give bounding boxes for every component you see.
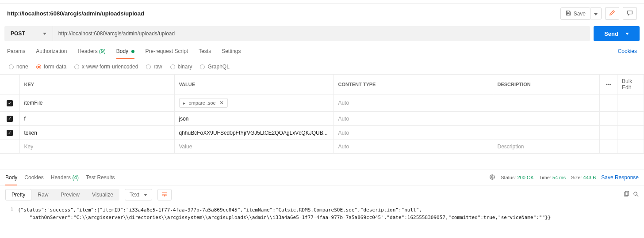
key-cell[interactable]: f (19, 112, 174, 126)
response-tab-headers[interactable]: Headers (4) (51, 170, 79, 185)
description-input[interactable]: Description (493, 140, 600, 154)
description-cell[interactable] (493, 112, 600, 126)
time-label: Time: 54 ms (539, 175, 566, 180)
remove-file-icon[interactable]: ✕ (219, 100, 224, 106)
body-type-binary[interactable]: binary (170, 64, 192, 70)
view-raw[interactable]: Raw (31, 189, 54, 200)
value-cell[interactable]: json (174, 112, 334, 126)
chevron-down-icon (625, 33, 629, 35)
column-more-button[interactable]: ••• (600, 75, 617, 94)
request-name: http://localhost:6080/arcgis/admin/uploa… (7, 10, 560, 17)
chevron-down-icon (43, 33, 46, 35)
send-button[interactable]: Send (594, 26, 640, 41)
content-type-input[interactable]: Auto (334, 140, 493, 154)
body-type-urlencoded[interactable]: x-www-form-urlencoded (74, 64, 138, 70)
view-preview[interactable]: Preview (54, 189, 86, 200)
format-select[interactable]: Text (125, 189, 152, 200)
chevron-down-icon (144, 194, 147, 196)
value-input[interactable]: Value (174, 140, 334, 154)
table-row: token qhhuBcFoXX9UFSed0pFtYjrVGJ5LtCE2QO… (0, 126, 644, 140)
tab-authorization[interactable]: Authorization (36, 44, 67, 59)
value-cell[interactable]: ▸ ompare .soe ✕ (174, 94, 334, 112)
tab-headers[interactable]: Headers (9) (77, 44, 105, 59)
column-key: KEY (19, 75, 174, 94)
table-row: itemFile ▸ ompare .soe ✕ Auto (0, 94, 644, 112)
row-checkbox[interactable] (7, 100, 13, 106)
save-icon (565, 10, 571, 17)
save-response-button[interactable]: Save Response (601, 174, 639, 181)
svg-point-3 (634, 192, 637, 195)
key-cell[interactable]: itemFile (19, 94, 174, 112)
chevron-right-icon: ▸ (183, 101, 185, 106)
comment-icon (627, 11, 633, 17)
search-response-icon[interactable] (633, 191, 639, 198)
response-body-text[interactable]: 1 {"status":"success","item":{"itemID":"… (0, 204, 644, 230)
cookies-link[interactable]: Cookies (618, 44, 637, 59)
save-button[interactable]: Save (560, 8, 590, 20)
table-row: f json Auto (0, 112, 644, 126)
body-type-none[interactable]: none (9, 64, 28, 70)
body-type-raw[interactable]: raw (146, 64, 162, 70)
body-type-formdata[interactable]: form-data (36, 64, 66, 70)
response-tab-body[interactable]: Body (5, 170, 17, 185)
content-type-cell[interactable]: Auto (334, 126, 493, 140)
tab-prerequest-script[interactable]: Pre-request Script (145, 44, 188, 59)
save-dropdown-button[interactable] (590, 8, 602, 19)
key-input[interactable]: Key (19, 140, 174, 154)
bulk-edit-button[interactable]: Bulk Edit (617, 75, 644, 94)
view-pretty[interactable]: Pretty (5, 189, 31, 200)
tab-params[interactable]: Params (7, 44, 25, 59)
file-chip[interactable]: ▸ ompare .soe ✕ (179, 98, 228, 108)
pencil-icon (609, 11, 615, 17)
status-label: Status: 200 OK (501, 175, 534, 180)
response-tab-cookies[interactable]: Cookies (24, 170, 43, 185)
column-value: VALUE (174, 75, 334, 94)
edit-button[interactable] (605, 7, 619, 20)
content-type-cell[interactable]: Auto (334, 94, 493, 112)
tab-body[interactable]: Body (116, 44, 135, 59)
url-input[interactable] (53, 26, 590, 41)
key-cell[interactable]: token (19, 126, 174, 140)
line-number: 1 (0, 207, 18, 221)
tab-settings[interactable]: Settings (222, 44, 241, 59)
globe-icon[interactable] (489, 174, 495, 181)
value-cell[interactable]: qhhuBcFoXX9UFSed0pFtYjrVGJ5LtCE2QOAgLxVc… (174, 126, 334, 140)
chevron-down-icon (594, 13, 598, 15)
view-visualize[interactable]: Visualize (86, 189, 119, 200)
active-dot-icon (131, 50, 134, 53)
table-row-empty: Key Value Auto Description (0, 140, 644, 154)
row-checkbox[interactable] (7, 116, 13, 122)
wrap-lines-button[interactable] (157, 189, 172, 200)
size-label: Size: 443 B (571, 175, 596, 180)
copy-response-icon[interactable] (624, 191, 629, 198)
http-method-select[interactable]: POST (4, 26, 53, 41)
column-content-type: CONTENT TYPE (334, 75, 493, 94)
content-type-cell[interactable]: Auto (334, 112, 493, 126)
body-type-graphql[interactable]: GraphQL (200, 64, 229, 70)
comment-button[interactable] (623, 7, 637, 20)
column-description: DESCRIPTION (493, 75, 600, 94)
row-checkbox[interactable] (7, 130, 13, 136)
description-cell[interactable] (493, 126, 600, 140)
response-tab-testresults[interactable]: Test Results (86, 170, 115, 185)
tab-tests[interactable]: Tests (199, 44, 211, 59)
description-cell[interactable] (493, 94, 600, 112)
